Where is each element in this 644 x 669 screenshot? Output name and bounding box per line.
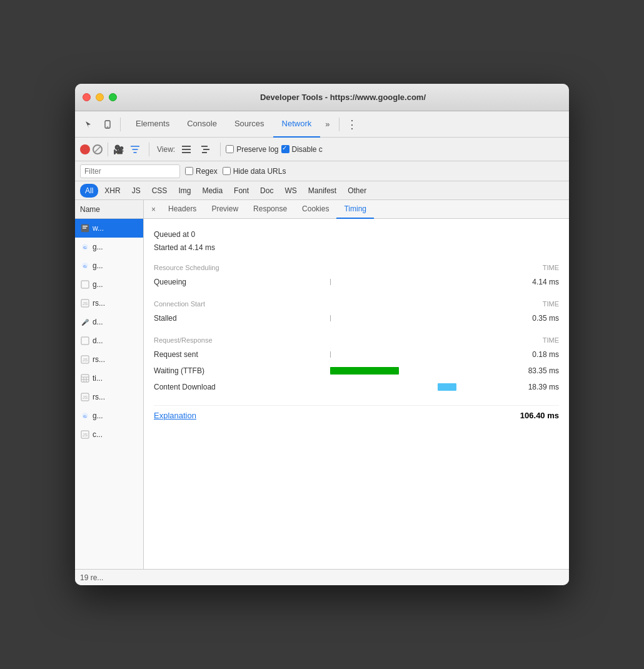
name-column-header: Name xyxy=(75,200,143,219)
filter-all[interactable]: All xyxy=(80,184,98,198)
script-icon-1: JS xyxy=(80,298,90,308)
file-item-4[interactable]: g... xyxy=(75,275,143,294)
file-item-7[interactable]: d... xyxy=(75,331,143,350)
filter-icon[interactable] xyxy=(126,141,144,158)
filter-media[interactable]: Media xyxy=(197,184,228,198)
main-toolbar: Elements Console Sources Network » ⋮ xyxy=(75,111,569,138)
file-name-4: g... xyxy=(93,280,103,289)
file-item-3[interactable]: G g... xyxy=(75,256,143,275)
file-item-12[interactable]: JS c... xyxy=(75,425,143,444)
svg-text:JS: JS xyxy=(83,433,88,437)
disable-cache-checkbox[interactable] xyxy=(281,145,289,153)
content-download-bar-fill xyxy=(438,383,456,391)
svg-text:JS: JS xyxy=(83,358,88,362)
file-name-10: rs... xyxy=(93,393,105,401)
file-item-2[interactable]: G g... xyxy=(75,238,143,256)
file-item-6[interactable]: 🎤 d... xyxy=(75,313,143,331)
filter-css[interactable]: CSS xyxy=(147,184,173,198)
svg-rect-6 xyxy=(201,146,208,147)
tab-sources[interactable]: Sources xyxy=(226,111,273,138)
file-item-11[interactable]: G g... xyxy=(75,406,143,425)
google-icon-3: G xyxy=(80,411,90,421)
queued-text: Queued at 0 xyxy=(154,229,559,241)
window-title: Developer Tools - https://www.google.com… xyxy=(124,93,561,102)
file-item-9[interactable]: ti... xyxy=(75,369,143,388)
disable-cache-label[interactable]: Disable c xyxy=(281,145,323,154)
status-label: 19 re... xyxy=(80,573,103,582)
maximize-button[interactable] xyxy=(109,93,117,101)
stalled-time: 0.35 ms xyxy=(509,314,559,323)
more-tabs-button[interactable]: » xyxy=(320,111,335,138)
network-toolbar: 🎥 View: Preserve log xyxy=(75,138,569,161)
svg-line-2 xyxy=(95,147,100,152)
filter-other[interactable]: Other xyxy=(343,184,371,198)
file-name-11: g... xyxy=(93,411,103,420)
hide-data-urls-label[interactable]: Hide data URLs xyxy=(223,167,286,176)
minimize-button[interactable] xyxy=(96,93,104,101)
filter-manifest[interactable]: Manifest xyxy=(303,184,341,198)
file-item-5[interactable]: JS rs... xyxy=(75,294,143,313)
file-name-5: rs... xyxy=(93,299,105,308)
cursor-icon[interactable] xyxy=(80,116,98,133)
audio-icon: 🎤 xyxy=(80,317,90,327)
list-view-icon[interactable] xyxy=(178,141,195,158)
detail-tab-timing[interactable]: Timing xyxy=(336,200,374,219)
mobile-icon[interactable] xyxy=(99,116,116,133)
filter-font[interactable]: Font xyxy=(229,184,254,198)
svg-text:G: G xyxy=(83,264,87,269)
filter-input[interactable] xyxy=(80,164,180,178)
separator4 xyxy=(149,143,149,156)
google-icon-2: G xyxy=(80,261,90,271)
svg-text:🎤: 🎤 xyxy=(81,318,89,326)
detail-tab-cookies[interactable]: Cookies xyxy=(294,200,336,219)
svg-rect-4 xyxy=(182,149,191,150)
preserve-log-checkbox[interactable] xyxy=(226,145,234,153)
filter-img[interactable]: Img xyxy=(173,184,196,198)
script-icon-3: JS xyxy=(80,392,90,402)
queueing-row: Queueing 4.14 ms xyxy=(154,274,559,290)
svg-text:JS: JS xyxy=(83,395,88,400)
filter-js[interactable]: JS xyxy=(127,184,146,198)
filter-doc[interactable]: Doc xyxy=(255,184,278,198)
queueing-tick xyxy=(330,279,331,285)
queueing-bar xyxy=(254,278,509,286)
svg-text:G: G xyxy=(83,414,87,419)
detail-tab-response[interactable]: Response xyxy=(246,200,294,219)
view-label: View: xyxy=(157,145,175,154)
name-header-label: Name xyxy=(80,205,100,214)
svg-rect-1 xyxy=(107,126,109,127)
waterfall-view-icon[interactable] xyxy=(198,141,215,158)
record-button[interactable] xyxy=(80,144,90,154)
camera-icon[interactable]: 🎥 xyxy=(113,144,124,154)
preserve-log-label[interactable]: Preserve log xyxy=(226,145,278,154)
detail-tab-headers[interactable]: Headers xyxy=(161,200,204,219)
filter-ws[interactable]: WS xyxy=(279,184,301,198)
tab-elements[interactable]: Elements xyxy=(127,111,178,138)
tab-console[interactable]: Console xyxy=(178,111,226,138)
close-detail-button[interactable]: × xyxy=(146,205,161,214)
request-sent-bar xyxy=(254,351,509,358)
file-item-10[interactable]: JS rs... xyxy=(75,388,143,406)
file-name-9: ti... xyxy=(93,374,103,383)
svg-text:JS: JS xyxy=(83,301,88,306)
detail-tab-preview[interactable]: Preview xyxy=(204,200,246,219)
regex-checkbox[interactable] xyxy=(185,167,193,175)
block-button[interactable] xyxy=(93,144,103,154)
close-button[interactable] xyxy=(83,93,91,101)
separator5 xyxy=(220,143,221,156)
file-name-2: g... xyxy=(93,243,103,251)
svg-rect-23 xyxy=(81,375,89,382)
tab-network[interactable]: Network xyxy=(273,111,321,138)
tab-bar: Elements Console Sources Network » xyxy=(127,111,335,138)
explanation-link[interactable]: Explanation xyxy=(154,411,196,420)
waiting-bar xyxy=(254,367,509,375)
grid-icon xyxy=(80,373,90,383)
request-response-section: Request/Response TIME xyxy=(154,336,559,344)
file-item-1[interactable]: w... xyxy=(75,219,143,238)
file-item-8[interactable]: JS rs... xyxy=(75,350,143,369)
svg-rect-3 xyxy=(182,146,191,147)
menu-button[interactable]: ⋮ xyxy=(343,116,361,133)
regex-label[interactable]: Regex xyxy=(185,167,218,176)
filter-xhr[interactable]: XHR xyxy=(99,184,125,198)
hide-data-urls-checkbox[interactable] xyxy=(223,167,231,175)
